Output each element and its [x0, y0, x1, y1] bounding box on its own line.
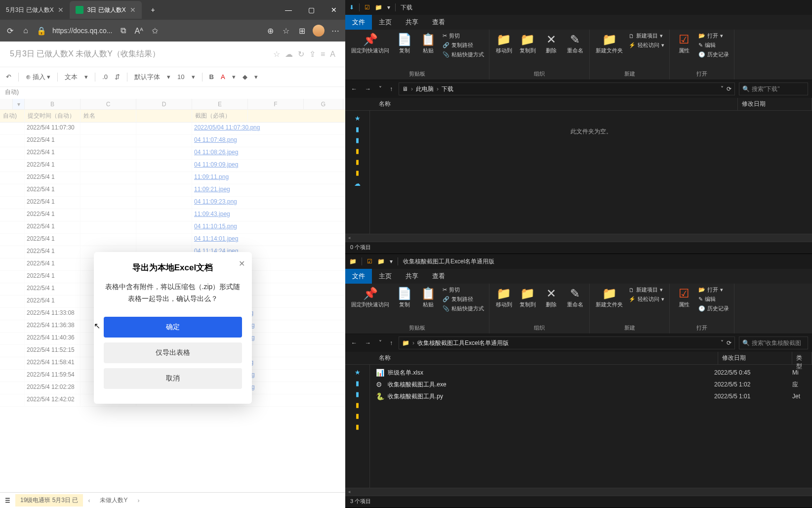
edit-button[interactable]: ✎ 编辑 — [697, 295, 730, 303]
avatar[interactable] — [313, 25, 325, 37]
quick-access-icon[interactable]: ★ — [345, 367, 369, 378]
quick-access-icon[interactable]: ★ — [345, 113, 369, 124]
back-button[interactable]: ← — [349, 339, 359, 347]
share-icon[interactable]: ⇪ — [309, 49, 316, 59]
search-input[interactable]: 🔍 搜索"下载" — [739, 83, 808, 95]
collections-icon[interactable]: ⊞ — [297, 26, 307, 36]
tab-share[interactable]: 共享 — [399, 15, 425, 30]
history-icon[interactable]: ↻ — [298, 49, 304, 59]
rename-button[interactable]: ✎重命名 — [565, 286, 585, 309]
col-name[interactable]: 名称 — [375, 352, 718, 364]
pin-button[interactable]: 📌固定到快速访问 — [349, 32, 391, 55]
close-icon[interactable]: ✕ — [130, 6, 136, 14]
recent-button[interactable]: ˅ — [377, 85, 384, 93]
tab-home[interactable]: 主页 — [372, 15, 399, 30]
col-type[interactable]: 类型 — [792, 352, 812, 364]
copypath-button[interactable]: 🔗 复制路径 — [442, 295, 485, 303]
prev-icon[interactable]: ‹ — [88, 497, 90, 504]
down-arrow-icon[interactable]: ⬇ — [349, 4, 354, 11]
close-button[interactable]: ✕ — [323, 0, 345, 20]
sheet-tab-2[interactable]: 未做人数Y — [95, 494, 132, 507]
up-button[interactable]: ↑ — [388, 339, 395, 347]
copyto-button[interactable]: 📁复制到 — [517, 32, 538, 55]
maximize-button[interactable]: ▢ — [300, 0, 323, 20]
copypath-button[interactable]: 🔗 复制路径 — [442, 41, 485, 49]
format-button[interactable]: 文本 — [65, 73, 78, 82]
font-selector[interactable]: 默认字体 — [134, 73, 160, 82]
breadcrumb[interactable]: 🖥 › 此电脑 › 下载 ˅ ⟳ — [399, 83, 735, 95]
copy-icon[interactable]: ⧉ — [118, 26, 128, 35]
dropdown-icon[interactable]: ˅ — [721, 85, 724, 92]
dropdown-icon[interactable]: ˅ — [721, 339, 724, 346]
undo-icon[interactable]: ↶ — [6, 73, 11, 81]
export-only-button[interactable]: 仅导出表格 — [104, 342, 242, 363]
format-icon[interactable]: A — [330, 50, 335, 59]
tab-view[interactable]: 查看 — [425, 269, 452, 284]
newfolder-button[interactable]: 📁新建文件夹 — [594, 32, 625, 55]
col-name[interactable]: 名称 — [375, 98, 738, 110]
minimize-button[interactable]: ― — [277, 0, 300, 20]
tab-home[interactable]: 主页 — [372, 269, 399, 284]
newitem-button[interactable]: 🗋 新建项目 ▾ — [628, 32, 665, 40]
newitem-button[interactable]: 🗋 新建项目 ▾ — [628, 286, 665, 294]
folder-icon[interactable]: ▮ — [345, 145, 369, 156]
checkbox-icon[interactable]: ☑ — [367, 258, 372, 265]
modal-close-button[interactable]: ✕ — [239, 259, 245, 268]
open-button[interactable]: 📂 打开 ▾ — [697, 32, 730, 40]
folder-icon[interactable]: 📁 — [349, 258, 357, 265]
tab-file[interactable]: 文件 — [345, 269, 372, 284]
file-row[interactable]: 📊班级名单.xlsx2022/5/5 0:45Mi — [370, 367, 812, 379]
col-date[interactable]: 修改日期 — [738, 98, 812, 110]
favorites-icon[interactable]: ☆ — [281, 26, 291, 36]
folder-icon[interactable]: ▮ — [345, 399, 369, 410]
folder-icon[interactable]: ▮ — [345, 388, 369, 399]
menu-icon[interactable]: ≡ — [321, 50, 325, 59]
onedrive-icon[interactable]: ☁ — [345, 178, 369, 189]
copyto-button[interactable]: 📁复制到 — [517, 286, 538, 309]
breadcrumb[interactable]: 📁 › 收集核酸截图工具Excel名单通用版 ˅ ⟳ — [399, 337, 735, 349]
folder-icon[interactable]: 📁 — [375, 4, 382, 11]
decimal-button[interactable]: .0 — [102, 73, 108, 81]
favorite-icon[interactable]: ✩ — [150, 26, 160, 36]
sheet-tab-1[interactable]: 19级电通班 5月3日 已 — [15, 494, 83, 507]
easyaccess-button[interactable]: ⚡ 轻松访问 ▾ — [628, 295, 665, 303]
cut-button[interactable]: ✂ 剪切 — [442, 286, 485, 294]
col-date[interactable]: 修改日期 — [718, 352, 792, 364]
folder-icon[interactable]: ▮ — [345, 167, 369, 178]
up-button[interactable]: ↑ — [388, 85, 395, 93]
refresh-icon[interactable]: ⟳ — [5, 26, 15, 36]
horizontal-scrollbar[interactable] — [345, 488, 812, 496]
forward-button[interactable]: → — [363, 85, 373, 93]
paste-button[interactable]: 📋粘贴 — [418, 32, 439, 55]
browser-tab-1[interactable]: 5月3日 已做人数X ✕ — [0, 1, 70, 19]
bold-button[interactable]: B — [209, 73, 214, 81]
tab-share[interactable]: 共享 — [399, 269, 425, 284]
delete-button[interactable]: ✕删除 — [541, 286, 562, 309]
folder-icon[interactable]: ▮ — [345, 410, 369, 421]
text-color-button[interactable]: A — [221, 73, 225, 81]
open-button[interactable]: 📂 打开 ▾ — [697, 286, 730, 294]
fill-color-button[interactable]: ◆ — [243, 73, 247, 81]
sheets-icon[interactable]: ☰ — [5, 497, 10, 504]
paste-button[interactable]: 📋粘贴 — [418, 286, 439, 309]
star-icon[interactable]: ☆ — [273, 49, 280, 59]
cancel-button[interactable]: 取消 — [104, 368, 242, 389]
forward-button[interactable]: → — [363, 339, 373, 347]
checkbox-icon[interactable]: ☑ — [365, 4, 370, 11]
copy-button[interactable]: 📄复制 — [394, 32, 415, 55]
folder-icon[interactable]: ▮ — [345, 156, 369, 167]
confirm-button[interactable]: 确定 — [104, 317, 242, 338]
cloud-icon[interactable]: ☁ — [285, 49, 293, 59]
folder-icon[interactable]: ▮ — [345, 124, 369, 134]
font-size[interactable]: 10 — [177, 73, 184, 81]
easyaccess-button[interactable]: ⚡ 轻松访问 ▾ — [628, 41, 665, 49]
new-tab-button[interactable]: + — [142, 0, 164, 20]
pin-button[interactable]: 📌固定到快速访问 — [349, 286, 391, 309]
history-button[interactable]: 🕐 历史记录 — [697, 304, 730, 313]
properties-button[interactable]: ☑属性 — [674, 286, 694, 309]
browser-tab-2[interactable]: 3日 已做人数X ✕ — [70, 1, 142, 19]
close-icon[interactable]: ✕ — [58, 6, 64, 14]
recent-button[interactable]: ˅ — [377, 339, 384, 347]
cut-button[interactable]: ✂ 剪切 — [442, 32, 485, 40]
file-list[interactable]: 📊班级名单.xlsx2022/5/5 0:45Mi⚙收集核酸截图工具.exe20… — [370, 365, 812, 488]
